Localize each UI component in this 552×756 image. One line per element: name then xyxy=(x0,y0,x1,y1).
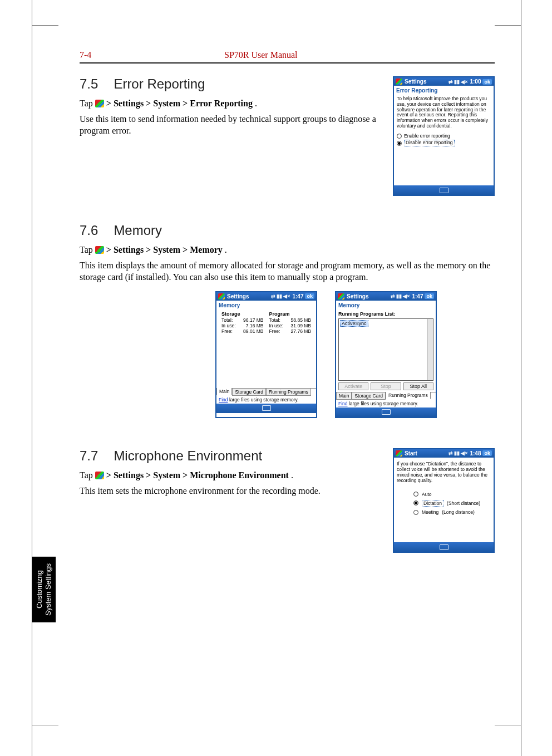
sec-7-5-title: Error Reporting xyxy=(114,76,205,92)
radio-meeting[interactable]: Meeting (Long distance) xyxy=(413,509,491,515)
radio-disable[interactable]: Disable error reporting xyxy=(397,140,491,146)
tab-card[interactable]: Storage Card xyxy=(352,392,386,400)
running-list-label: Running Programs List: xyxy=(338,311,396,317)
ss-title[interactable]: Settings xyxy=(347,293,368,300)
sync-icon[interactable]: ⇄ xyxy=(448,450,453,456)
side-tab-l1: Customizng xyxy=(35,571,43,609)
side-tab-l2: System Settings xyxy=(44,563,52,616)
ss-title[interactable]: Start xyxy=(405,450,417,456)
ss-title[interactable]: Settings xyxy=(227,293,249,300)
volume-icon[interactable]: ◀× xyxy=(403,293,410,299)
scrollbar[interactable] xyxy=(427,319,433,380)
ok-button[interactable]: ok xyxy=(425,293,434,299)
ss-subtitle: Memory xyxy=(216,301,316,310)
ss-subtitle: Memory xyxy=(336,301,436,310)
activate-button[interactable]: Activate xyxy=(338,382,368,390)
screenshot-memory-main: Settings ⇄ ▮▮ ◀× 1:47 ok Memory Storage … xyxy=(215,291,317,418)
program-h: Program xyxy=(269,311,312,317)
radio-auto[interactable]: Auto xyxy=(413,492,491,497)
storage-h: Storage xyxy=(221,311,264,317)
tab-running[interactable]: Running Programs xyxy=(386,392,431,399)
sec-7-6-title: Memory xyxy=(114,223,162,238)
signal-icon[interactable]: ▮▮ xyxy=(454,450,460,456)
tab-card[interactable]: Storage Card xyxy=(232,389,266,396)
manual-title: SP70R User Manual xyxy=(224,50,298,60)
start-flag-icon[interactable] xyxy=(396,450,402,456)
sec-7-6-tap: Tap > Settings > System > Memory. xyxy=(80,244,495,256)
ss-para: To help Microsoft improve the products y… xyxy=(397,96,491,129)
sec-7-5-num: 7.5 xyxy=(80,76,98,92)
sec-7-7-title: Microphone Environment xyxy=(114,448,262,464)
volume-icon[interactable]: ◀× xyxy=(461,79,467,85)
start-flag-icon xyxy=(95,246,104,254)
start-flag-icon[interactable] xyxy=(338,293,344,300)
ok-button[interactable]: ok xyxy=(305,293,314,299)
find-link[interactable]: Find xyxy=(338,401,348,406)
radio-enable[interactable]: Enable error reporting xyxy=(397,134,491,139)
keyboard-icon[interactable] xyxy=(262,405,271,411)
tab-main[interactable]: Main xyxy=(216,388,232,395)
start-flag-icon[interactable] xyxy=(396,78,402,85)
volume-icon[interactable]: ◀× xyxy=(283,293,290,299)
page-number: 7-4 xyxy=(80,50,224,60)
mic-para: If you choose "Dictation", the distance … xyxy=(397,461,491,484)
sec-7-5-body: Use this item to send information needed… xyxy=(80,113,381,137)
screenshot-error-reporting: Settings ⇄ ▮▮ ◀× 1:00 ok Error Reporting… xyxy=(393,76,495,196)
clock: 1:48 xyxy=(470,450,481,456)
sec-7-7-tap: Tap > Settings > System > Microphone Env… xyxy=(80,469,381,482)
sync-icon[interactable]: ⇄ xyxy=(448,79,453,85)
keyboard-icon[interactable] xyxy=(382,409,391,415)
start-flag-icon[interactable] xyxy=(218,293,225,300)
keyboard-icon[interactable] xyxy=(440,544,448,550)
ss-title[interactable]: Settings xyxy=(405,78,426,85)
tab-main[interactable]: Main xyxy=(336,392,352,400)
sync-icon[interactable]: ⇄ xyxy=(391,293,395,299)
clock: 1:00 xyxy=(470,78,481,85)
header-rule xyxy=(80,62,495,64)
signal-icon[interactable]: ▮▮ xyxy=(396,293,402,299)
screenshot-microphone-env: Start ⇄ ▮▮ ◀× 1:48 ok If you choose "Dic… xyxy=(393,448,495,553)
stop-all-button[interactable]: Stop All xyxy=(403,382,433,390)
sync-icon[interactable]: ⇄ xyxy=(271,293,275,299)
stop-button[interactable]: Stop xyxy=(371,382,401,390)
ss-subtitle: Error Reporting xyxy=(394,86,494,95)
sec-7-6-body: This item displays the amount of memory … xyxy=(80,259,495,283)
screenshot-memory-running: Settings ⇄ ▮▮ ◀× 1:47 ok Memory Running … xyxy=(335,291,437,418)
clock: 1:47 xyxy=(292,293,303,300)
tab-running[interactable]: Running Programs xyxy=(266,389,311,396)
side-tab: Customizng System Settings xyxy=(32,557,56,622)
clock: 1:47 xyxy=(412,293,423,300)
sec-7-6-num: 7.6 xyxy=(80,223,98,238)
list-item[interactable]: ActiveSync xyxy=(340,320,368,327)
sec-7-7-body: This item sets the microphone environmen… xyxy=(80,485,381,497)
sec-7-5-tap: Tap > Settings > System > Error Reportin… xyxy=(80,97,381,110)
start-flag-icon xyxy=(95,472,104,479)
signal-icon[interactable]: ▮▮ xyxy=(454,79,460,85)
volume-icon[interactable]: ◀× xyxy=(461,450,467,456)
find-link[interactable]: Find xyxy=(219,397,228,402)
ok-button[interactable]: ok xyxy=(482,79,492,85)
running-list[interactable]: ActiveSync xyxy=(338,318,433,381)
sec-7-7-num: 7.7 xyxy=(80,448,98,464)
radio-dictation[interactable]: Dictation (Short distance) xyxy=(413,500,491,507)
keyboard-icon[interactable] xyxy=(440,188,448,193)
start-flag-icon xyxy=(95,100,104,107)
signal-icon[interactable]: ▮▮ xyxy=(277,293,282,299)
ok-button[interactable]: ok xyxy=(482,450,492,456)
